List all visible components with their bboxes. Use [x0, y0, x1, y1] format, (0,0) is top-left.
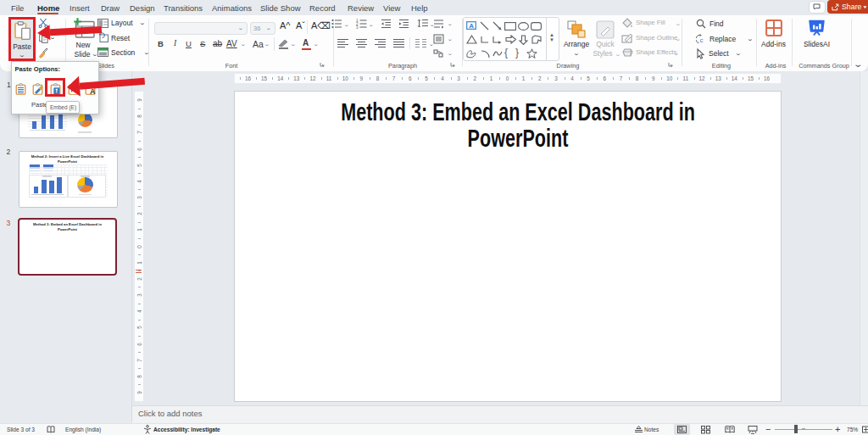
svg-text:3: 3 [356, 25, 359, 30]
svg-text:A: A [469, 22, 474, 30]
svg-text:c: c [700, 36, 704, 44]
